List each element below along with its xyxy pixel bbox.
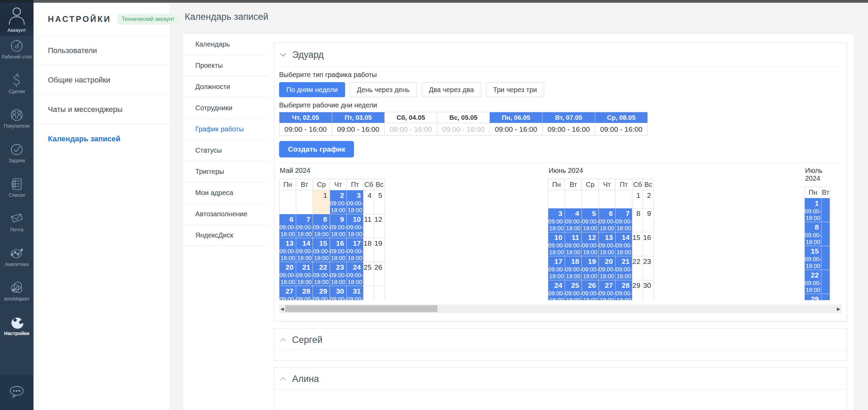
section-header-eduard[interactable]: Эдуард (279, 47, 842, 67)
week-day-header[interactable]: Пн, 06.05 (490, 112, 542, 123)
week-day-header[interactable]: Вс, 05.05 (437, 112, 490, 123)
create-schedule-button[interactable]: Создать график (279, 141, 354, 157)
day-cell[interactable]: 9 (643, 208, 654, 232)
day-cell[interactable]: 2009:00-18:00 (279, 262, 296, 286)
week-day-header[interactable]: Чт, 02.05 (279, 112, 332, 123)
section-header-sergey[interactable]: Сергей (274, 329, 846, 350)
day-cell[interactable]: 609:00-18:00 (279, 214, 296, 238)
submenu-item[interactable]: Календарь (183, 34, 268, 55)
day-cell[interactable]: 2709:00-18:00 (279, 286, 296, 300)
submenu-item[interactable]: Триггеры (183, 161, 268, 182)
day-cell[interactable]: 2109:00-18:00 (615, 256, 632, 280)
day-cell[interactable]: 25 (364, 262, 374, 286)
sidebar-item-settings[interactable]: Настройки (0, 315, 34, 349)
schedule-type-button[interactable]: По дням недели (279, 82, 345, 97)
day-cell[interactable]: 409:00-18:00 (565, 208, 582, 232)
day-cell[interactable]: 2109:00-18:00 (296, 262, 313, 286)
schedule-type-button[interactable]: День через день (350, 82, 417, 97)
day-cell[interactable]: 2809:00-18:00 (296, 286, 313, 300)
day-cell[interactable]: 2609:00-18:00 (582, 280, 599, 300)
day-cell[interactable]: 1509:00-18:00 (313, 238, 330, 262)
sidebar-item-amomarket[interactable]: amoМаркет (0, 280, 34, 315)
day-cell[interactable]: 1 (313, 190, 330, 214)
submenu-item[interactable]: Должности (183, 76, 268, 98)
schedule-type-button[interactable]: Три через три (486, 82, 544, 97)
day-cell[interactable]: 909:00-18:00 (330, 214, 346, 238)
day-cell[interactable]: 23 (643, 256, 654, 280)
submenu-item[interactable]: ЯндексДиск (183, 225, 268, 246)
day-cell[interactable]: 15 (632, 232, 643, 256)
week-day-header[interactable]: Пт, 03.05 (332, 112, 384, 123)
day-cell[interactable]: 1709:00-18:00 (346, 238, 363, 262)
week-day-header[interactable]: Ср, 08.05 (595, 112, 648, 123)
day-cell[interactable]: 1309:00-18:00 (599, 232, 615, 256)
settings-nav-item[interactable]: Календарь записей (34, 124, 169, 153)
day-cell[interactable]: 1509:00-18:00 (805, 246, 821, 270)
day-cell[interactable]: 12 (374, 214, 385, 238)
day-cell[interactable]: 809:00-18:00 (805, 222, 821, 246)
day-cell[interactable]: 22 (632, 256, 643, 280)
day-cell[interactable]: 1409:00-18:00 (296, 238, 313, 262)
day-cell[interactable]: 19 (374, 238, 385, 262)
day-cell[interactable]: 2909:00-18:00 (313, 286, 330, 300)
day-cell[interactable]: 30 (643, 280, 654, 300)
day-cell[interactable]: 709:00-18:00 (296, 214, 313, 238)
day-cell[interactable]: 1309:00-18:00 (279, 238, 296, 262)
week-day-time[interactable]: 09:00 - 16:00 (437, 123, 490, 136)
day-cell[interactable]: 1 (632, 190, 643, 208)
scroll-right-arrow[interactable]: ▶ (836, 304, 842, 313)
day-cell[interactable]: 1409:00-18:00 (615, 232, 632, 256)
section-header-alina[interactable]: Алина (274, 368, 846, 389)
day-cell[interactable]: 2409:00-18:00 (346, 262, 363, 286)
day-cell[interactable]: 11 (364, 214, 374, 238)
week-day-time[interactable]: 09:00 - 16:00 (384, 123, 437, 136)
day-cell[interactable]: 1909:00-18:00 (582, 256, 599, 280)
sidebar-item-buyers[interactable]: Покупатели (0, 107, 34, 142)
sidebar-item-analytics[interactable]: Аналитика (0, 246, 34, 280)
day-cell[interactable]: 2009:00-18:00 (599, 256, 615, 280)
submenu-item[interactable]: Проекты (183, 55, 268, 76)
day-cell[interactable]: 1209:00-18:00 (582, 232, 599, 256)
day-cell[interactable]: 309:00-18:00 (548, 208, 565, 232)
scroll-left-arrow[interactable]: ◀ (279, 304, 285, 313)
day-cell[interactable]: 2 (643, 190, 654, 208)
day-cell[interactable]: 809:00-18:00 (313, 214, 330, 238)
settings-nav-item[interactable]: Общие настройки (34, 65, 169, 94)
day-cell[interactable]: 2809:00-18:00 (615, 280, 632, 300)
day-cell[interactable]: 1009:00-18:00 (548, 232, 565, 256)
day-cell[interactable]: 1009:00-18:00 (346, 214, 363, 238)
day-cell[interactable]: 4 (364, 190, 374, 214)
submenu-item[interactable]: Автозаполнение (183, 204, 268, 225)
settings-nav-item[interactable]: Пользователи (34, 36, 169, 65)
day-cell[interactable]: 16 (643, 232, 654, 256)
sidebar-item-lists[interactable]: Списки (0, 177, 34, 211)
sidebar-item-tasks[interactable]: Задачи (0, 142, 34, 177)
day-cell[interactable]: 509:00-18:00 (582, 208, 599, 232)
day-cell[interactable]: 2509:00-18:00 (565, 280, 582, 300)
day-cell[interactable]: 29 (632, 280, 643, 300)
submenu-item[interactable]: Статусы (183, 140, 268, 161)
sidebar-item-mail[interactable]: Почта (0, 211, 34, 246)
week-day-time[interactable]: 09:00 - 16:00 (595, 123, 648, 136)
day-cell[interactable]: 2209:00-18:00 (805, 270, 821, 294)
sidebar-item-dashboard[interactable]: Рабочий стол (0, 38, 34, 73)
day-cell[interactable]: 1109:00-18:00 (565, 232, 582, 256)
day-cell[interactable]: 3009:00-18:00 (330, 286, 346, 300)
sidebar-item-chat[interactable] (0, 375, 34, 410)
day-cell[interactable]: 2209:00-18:00 (313, 262, 330, 286)
day-cell[interactable]: 1809:00-18:00 (565, 256, 582, 280)
week-day-time[interactable]: 09:00 - 16:00 (279, 123, 332, 136)
day-cell[interactable]: 2409:00-18:00 (548, 280, 565, 300)
day-cell[interactable]: 18 (364, 238, 374, 262)
week-day-header[interactable]: Вт, 07.05 (542, 112, 595, 123)
day-cell[interactable]: 8 (632, 208, 643, 232)
day-cell[interactable]: 1609:00-18:00 (330, 238, 346, 262)
day-cell[interactable]: 2909:00-18:00 (805, 294, 821, 300)
day-cell[interactable]: 2309:00-18:00 (330, 262, 346, 286)
day-cell[interactable]: 309:00-18:00 (346, 190, 363, 214)
day-cell[interactable]: 26 (374, 262, 385, 286)
sidebar-item-deals[interactable]: Сделки (0, 73, 34, 107)
day-cell[interactable]: 3109:00-18:00 (346, 286, 363, 300)
day-cell[interactable]: 209:00-18:00 (330, 190, 346, 214)
day-cell[interactable]: 609:00-18:00 (599, 208, 615, 232)
